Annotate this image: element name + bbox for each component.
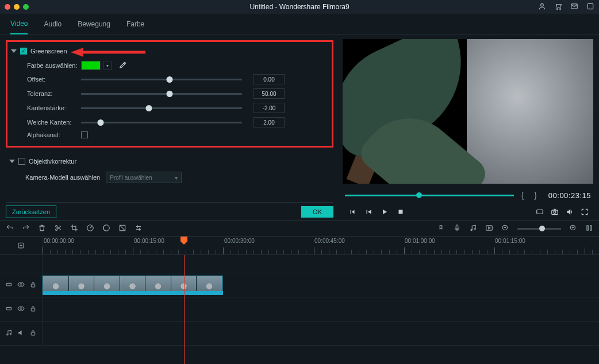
track-lock-icon[interactable] [29,281,37,290]
tab-motion[interactable]: Bewegung [78,14,110,34]
svg-rect-8 [537,210,543,214]
track-mute-icon[interactable] [17,329,25,338]
tab-video[interactable]: Video [10,14,28,34]
ok-button[interactable]: OK [301,206,333,218]
alpha-channel-label: Alphakanal: [27,131,81,138]
svg-rect-25 [6,283,11,285]
maximize-window-button[interactable] [23,4,29,10]
annotation-arrow [71,45,145,61]
mark-in-icon[interactable]: { [517,191,527,200]
svg-point-2 [560,8,561,9]
cart-icon[interactable] [554,2,562,12]
tab-audio[interactable]: Audio [44,14,62,34]
video-track-2 [0,297,599,322]
window-controls [5,4,29,10]
track-lock-icon[interactable] [29,305,37,314]
split-icon[interactable] [54,224,62,234]
video-preview[interactable] [343,39,593,184]
timeline: 00:00:00:00 00:00:15:00 00:00:30:00 00:0… [0,237,599,364]
collapse-icon[interactable] [11,49,17,53]
svg-rect-16 [456,224,458,228]
svg-point-1 [556,8,558,9]
play-icon[interactable] [381,208,389,218]
stop-icon[interactable] [397,208,405,218]
key-color-dropdown[interactable]: ▾ [103,61,112,70]
track-music-icon[interactable] [5,329,13,338]
track-link-icon[interactable] [5,281,13,290]
track-visibility-icon[interactable] [17,281,25,290]
ruler-time-1: 00:00:15:00 [134,238,164,244]
tolerance-value[interactable]: 50.00 [254,88,285,99]
adjust-icon[interactable] [135,224,143,234]
close-window-button[interactable] [5,4,10,10]
video-track-1 [0,273,599,297]
svg-point-17 [471,229,472,230]
alpha-channel-checkbox[interactable] [81,131,88,138]
greenscreen-title: Greenscreen [30,48,67,55]
tolerance-slider[interactable] [81,93,242,95]
svg-rect-28 [6,307,11,309]
reset-button[interactable]: Zurücksetzen [6,206,56,218]
timeline-ruler[interactable]: 00:00:00:00 00:00:15:00 00:00:30:00 00:0… [43,237,599,254]
audio-track [0,322,599,346]
track-visibility-icon[interactable] [17,305,25,314]
svg-point-0 [541,3,544,6]
greenscreen-icon[interactable] [118,224,126,234]
offset-slider[interactable] [81,79,242,80]
collapse-icon[interactable] [9,160,15,163]
svg-rect-23 [590,225,592,230]
color-icon[interactable] [102,224,110,234]
eyedropper-icon[interactable] [119,61,127,70]
minimize-window-button[interactable] [14,4,20,10]
preview-seek-bar[interactable] [345,195,514,196]
marker-icon[interactable] [437,224,445,234]
account-icon[interactable] [538,2,546,12]
add-track-button[interactable] [0,237,43,254]
greenscreen-enable-checkbox[interactable] [20,48,27,55]
svg-marker-6 [71,48,83,57]
zoom-out-icon[interactable] [501,224,509,234]
playhead-handle[interactable] [181,237,187,245]
record-voice-icon[interactable] [453,224,461,234]
camera-profile-select[interactable]: Profil auswählen ▾ [106,172,182,183]
svg-point-10 [554,211,556,213]
track-lock-icon[interactable] [29,329,37,338]
video-clip[interactable] [43,276,223,295]
track-link-icon[interactable] [5,305,13,314]
timeline-settings-icon[interactable] [585,224,593,234]
tab-color[interactable]: Farbe [126,14,144,34]
timeline-zoom-slider[interactable] [517,228,561,230]
fullscreen-icon[interactable] [581,208,589,218]
prev-frame-icon[interactable] [348,208,356,218]
ruler-time-4: 00:01:00:00 [405,238,435,244]
undo-icon[interactable] [6,224,14,234]
quality-icon[interactable] [536,208,544,218]
timeline-toolbar [0,220,599,237]
playhead-line [184,255,185,364]
feather-slider[interactable] [81,122,242,123]
step-back-icon[interactable] [364,208,373,218]
edge-thickness-value[interactable]: -2.00 [254,103,285,113]
chevron-down-icon: ▾ [175,175,178,181]
more-icon[interactable] [586,2,594,12]
crop-icon[interactable] [70,224,78,234]
mixer-icon[interactable] [469,224,477,234]
speed-icon[interactable] [86,224,94,234]
svg-rect-7 [399,210,403,214]
redo-icon[interactable] [22,224,30,234]
svg-point-29 [20,307,22,309]
camera-model-label: Kamera-Modell auswählen [25,174,100,181]
offset-value[interactable]: 0.00 [254,74,285,84]
zoom-in-icon[interactable] [569,224,577,234]
edge-thickness-slider[interactable] [81,107,242,109]
ruler-time-2: 00:00:30:00 [224,238,255,244]
mark-out-icon[interactable]: } [531,191,540,200]
volume-icon[interactable] [566,208,574,218]
delete-icon[interactable] [38,224,46,234]
snapshot-icon[interactable] [551,208,559,218]
lens-correction-enable-checkbox[interactable] [18,158,25,165]
feather-value[interactable]: 2.00 [254,117,285,127]
key-color-swatch[interactable] [81,61,101,70]
render-icon[interactable] [485,224,493,234]
mail-icon[interactable] [570,2,578,12]
